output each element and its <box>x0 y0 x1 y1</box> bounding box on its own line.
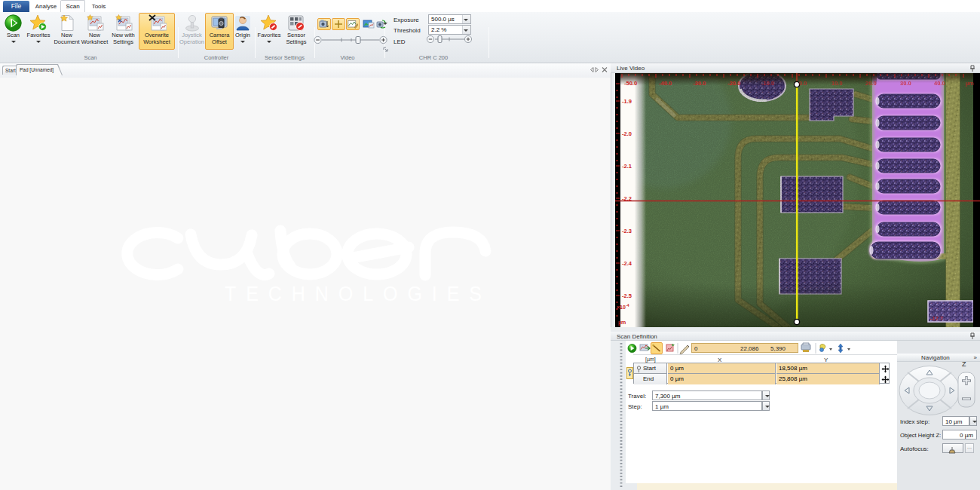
svg-text:-17.7: -17.7 <box>930 315 943 322</box>
svg-text:-4: -4 <box>626 303 629 308</box>
svg-text:-50.0: -50.0 <box>624 80 637 87</box>
svg-text:20.0: 20.0 <box>865 80 877 87</box>
svg-text:30.0: 30.0 <box>900 80 911 87</box>
svg-text:-2.4: -2.4 <box>622 260 632 267</box>
svg-text:-2.1: -2.1 <box>622 163 632 170</box>
svg-text:40.0: 40.0 <box>934 80 945 87</box>
svg-text:TECHNOLOGIES: TECHNOLOGIES <box>225 283 492 305</box>
svg-text:-2.2: -2.2 <box>622 195 632 202</box>
svg-text:-20.0: -20.0 <box>727 80 740 87</box>
svg-text:-1.9: -1.9 <box>622 98 632 105</box>
svg-text:0.0: 0.0 <box>799 80 807 87</box>
svg-text:×10: ×10 <box>617 305 626 310</box>
svg-text:-30.0: -30.0 <box>693 80 706 87</box>
svg-text:-2.0: -2.0 <box>622 130 632 137</box>
svg-text:µm: µm <box>618 320 626 326</box>
svg-text:10.0: 10.0 <box>831 80 843 87</box>
svg-text:µm: µm <box>966 80 974 87</box>
svg-text:-40.0: -40.0 <box>659 80 672 87</box>
svg-text:-10.0: -10.0 <box>761 80 774 87</box>
svg-text:-2.5: -2.5 <box>622 292 632 299</box>
svg-text:-2.3: -2.3 <box>622 228 632 234</box>
